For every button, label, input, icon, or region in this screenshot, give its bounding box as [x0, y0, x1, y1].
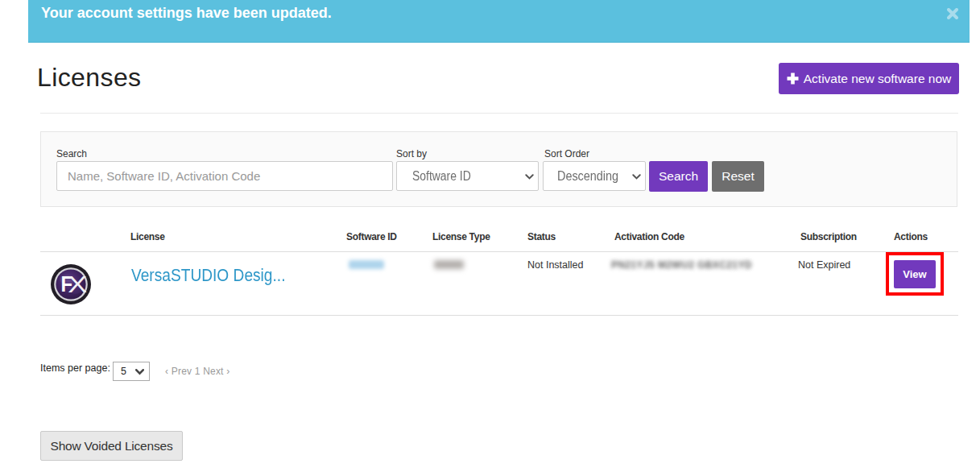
svg-text:X: X — [68, 271, 87, 297]
